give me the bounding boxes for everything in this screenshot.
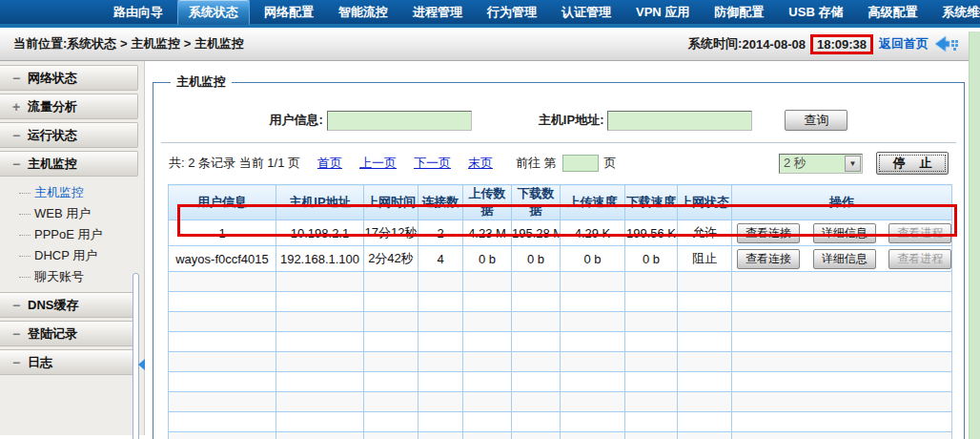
table-row-empty bbox=[169, 412, 952, 432]
col-host-ip: 主机IP地址 bbox=[276, 185, 364, 220]
host-table-body: 1 10.198.2.1 17分12秒 2 4.23 M 195.28 M 4.… bbox=[169, 220, 952, 439]
refresh-interval-select[interactable]: 2 秒 ▼ bbox=[779, 154, 863, 174]
record-summary: 共: 2 条记录 当前 1/1 页 bbox=[169, 155, 300, 172]
collapse-minus-icon: − bbox=[12, 298, 28, 313]
nav-item-behavior-mgmt[interactable]: 行为管理 bbox=[477, 0, 547, 25]
last-page-link[interactable]: 末页 bbox=[468, 155, 493, 172]
tree-dash-icon bbox=[19, 235, 31, 236]
col-online-time: 上网时间 bbox=[364, 185, 419, 220]
tree-dash-icon bbox=[19, 193, 31, 194]
table-row-host-1: 1 10.198.2.1 17分12秒 2 4.23 M 195.28 M 4.… bbox=[169, 220, 952, 246]
panel-title: 主机监控 bbox=[171, 73, 232, 91]
user-info-input[interactable] bbox=[327, 111, 472, 131]
table-row-empty bbox=[169, 372, 952, 392]
stop-button[interactable]: 停 止 bbox=[876, 152, 949, 175]
query-button[interactable]: 查询 bbox=[785, 110, 847, 131]
content-area: 主机监控 用户信息: 主机IP地址: 查询 共: 2 条记录 当前 1/1 页 … bbox=[145, 61, 980, 435]
table-row-empty bbox=[169, 352, 952, 372]
submenu-item-dhcp-users[interactable]: DHCP 用户 bbox=[19, 245, 144, 266]
goto-page-suffix: 页 bbox=[604, 155, 617, 172]
expand-plus-icon: + bbox=[12, 99, 28, 115]
sidebar-item-login-records[interactable]: − 登陆记录 bbox=[0, 321, 138, 346]
collapse-minus-icon: − bbox=[12, 157, 28, 172]
view-processes-button: 查看进程 bbox=[888, 249, 951, 269]
goto-page-input[interactable] bbox=[562, 155, 599, 172]
col-download-speed: 下载速度 bbox=[625, 185, 678, 220]
nav-item-process-mgmt[interactable]: 进程管理 bbox=[402, 0, 473, 25]
sidebar-item-dns-cache[interactable]: − DNS缓存 bbox=[0, 292, 138, 318]
table-row-empty bbox=[169, 272, 952, 292]
system-date: 2014-08-08 bbox=[742, 37, 806, 52]
nav-item-maintenance[interactable]: 系统维护 bbox=[931, 0, 980, 25]
nav-item-auth-mgmt[interactable]: 认证管理 bbox=[551, 0, 622, 25]
chevron-down-icon[interactable]: ▼ bbox=[845, 156, 861, 172]
table-row-empty bbox=[169, 312, 952, 332]
submenu-item-web-users[interactable]: WEB 用户 bbox=[19, 203, 144, 224]
sidebar-item-logs[interactable]: − 日志 bbox=[0, 349, 138, 375]
table-row-host-2: wayos-f0ccf4015 192.168.1.100 2分42秒 4 0 … bbox=[169, 246, 952, 272]
table-row-empty bbox=[169, 432, 952, 439]
col-actions: 操作 bbox=[732, 185, 952, 220]
collapse-minus-icon: − bbox=[12, 326, 28, 342]
host-table-wrap: 用户信息 主机IP地址 上网时间 连接数 上传数据 下载数据 上传速度 下载速度… bbox=[168, 184, 952, 439]
details-button[interactable]: 详细信息 bbox=[813, 249, 876, 269]
back-arrow-icon[interactable] bbox=[934, 34, 959, 53]
host-ip-input[interactable] bbox=[607, 111, 752, 131]
nav-item-usb[interactable]: USB 存储 bbox=[778, 0, 853, 25]
col-connections: 连接数 bbox=[419, 185, 463, 220]
user-info-label: 用户信息: bbox=[270, 112, 323, 129]
table-row-empty bbox=[169, 392, 952, 412]
host-ip-label: 主机IP地址: bbox=[539, 112, 604, 129]
table-header-row: 用户信息 主机IP地址 上网时间 连接数 上传数据 下载数据 上传速度 下载速度… bbox=[169, 185, 952, 220]
nav-item-wizard[interactable]: 路由向导 bbox=[103, 0, 174, 25]
sidebar-item-running-status[interactable]: − 运行状态 bbox=[0, 122, 138, 148]
goto-page-prefix: 前往 第 bbox=[516, 155, 557, 172]
table-row-empty bbox=[169, 332, 952, 352]
sidebar: − 网络状态 + 流量分析 − 运行状态 − 主机监控 主机监控 WEB 用户 bbox=[0, 61, 145, 435]
first-page-link[interactable]: 首页 bbox=[317, 155, 342, 172]
col-download-data: 下载数据 bbox=[512, 185, 561, 220]
right-green-strip bbox=[969, 31, 980, 439]
sidebar-scrollbar[interactable] bbox=[133, 273, 139, 439]
details-button[interactable]: 详细信息 bbox=[813, 223, 876, 243]
tree-dash-icon bbox=[19, 214, 31, 215]
nav-item-defense[interactable]: 防御配置 bbox=[704, 0, 774, 25]
top-nav: 路由向导 系统状态 网络配置 智能流控 进程管理 行为管理 认证管理 VPN 应… bbox=[0, 0, 980, 28]
filter-row: 用户信息: 主机IP地址: 查询 bbox=[155, 110, 962, 131]
submenu-item-chat-accounts[interactable]: 聊天账号 bbox=[19, 266, 144, 287]
next-page-link[interactable]: 下一页 bbox=[414, 155, 451, 172]
tree-dash-icon bbox=[19, 256, 31, 257]
prev-page-link[interactable]: 上一页 bbox=[359, 155, 397, 172]
col-upload-data: 上传数据 bbox=[463, 185, 512, 220]
view-connections-button[interactable]: 查看连接 bbox=[737, 223, 800, 243]
sidebar-item-traffic-analysis[interactable]: + 流量分析 bbox=[0, 94, 138, 119]
breadcrumb: 当前位置:系统状态 > 主机监控 > 主机监控 bbox=[13, 35, 244, 52]
sidebar-item-host-monitor[interactable]: − 主机监控 bbox=[0, 151, 138, 177]
host-monitor-submenu: 主机监控 WEB 用户 PPPoE 用户 DHCP 用户 聊天账号 bbox=[0, 179, 144, 292]
nav-item-network-config[interactable]: 网络配置 bbox=[254, 0, 324, 25]
nav-item-advanced[interactable]: 高级配置 bbox=[857, 0, 928, 25]
tree-dash-icon bbox=[19, 277, 31, 278]
host-table: 用户信息 主机IP地址 上网时间 连接数 上传数据 下载数据 上传速度 下载速度… bbox=[168, 184, 952, 439]
nav-item-flow-control[interactable]: 智能流控 bbox=[328, 0, 398, 25]
nav-item-vpn[interactable]: VPN 应用 bbox=[625, 0, 700, 25]
sidebar-collapse-handle[interactable] bbox=[138, 359, 145, 370]
col-online-status: 上网状态 bbox=[678, 185, 732, 220]
system-time-highlight: 18:09:38 bbox=[810, 34, 873, 54]
host-monitor-panel: 主机监控 用户信息: 主机IP地址: 查询 共: 2 条记录 当前 1/1 页 … bbox=[153, 73, 965, 439]
submenu-item-pppoe-users[interactable]: PPPoE 用户 bbox=[19, 224, 144, 245]
view-connections-button[interactable]: 查看连接 bbox=[737, 249, 800, 269]
collapse-minus-icon: − bbox=[12, 355, 28, 370]
collapse-minus-icon: − bbox=[12, 71, 28, 86]
col-upload-speed: 上传速度 bbox=[561, 185, 625, 220]
system-time-label: 系统时间: bbox=[688, 35, 742, 52]
sidebar-item-network-status[interactable]: − 网络状态 bbox=[0, 65, 138, 91]
home-link[interactable]: 返回首页 bbox=[879, 35, 929, 52]
col-user-info: 用户信息 bbox=[169, 185, 276, 220]
collapse-minus-icon: − bbox=[12, 128, 28, 143]
nav-item-system-status[interactable]: 系统状态 bbox=[177, 0, 250, 25]
breadcrumb-bar: 当前位置:系统状态 > 主机监控 > 主机监控 系统时间: 2014-08-08… bbox=[0, 28, 969, 61]
view-processes-button: 查看进程 bbox=[888, 223, 951, 243]
submenu-item-host-monitor[interactable]: 主机监控 bbox=[19, 182, 144, 203]
pagination-row: 共: 2 条记录 当前 1/1 页 首页 上一页 下一页 末页 前往 第 页 2… bbox=[155, 143, 962, 182]
